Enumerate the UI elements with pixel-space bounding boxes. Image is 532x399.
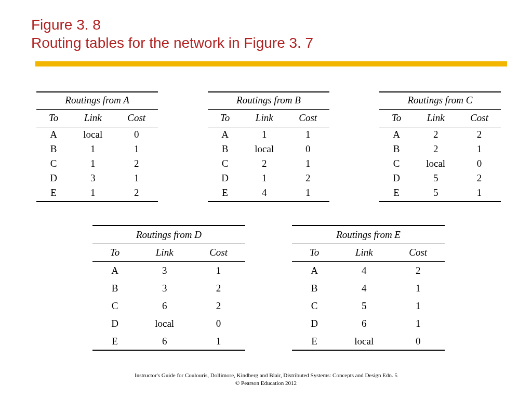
table-row: D12 — [208, 171, 329, 185]
title-line-1: Figure 3. 8 — [31, 17, 101, 33]
routing-table: Routings from CToLinkCostA22B21Clocal0D5… — [379, 91, 501, 202]
table-caption: Routings from C — [379, 92, 501, 110]
cell-link: 6 — [337, 315, 391, 332]
cell-to: A — [292, 262, 337, 280]
cell-cost: 1 — [391, 297, 445, 315]
cell-to: C — [36, 156, 71, 171]
title-line-2: Routing tables for the network in Figure… — [31, 35, 313, 51]
cell-cost: 1 — [286, 156, 329, 171]
cell-link: local — [137, 315, 192, 332]
cell-link: 1 — [71, 185, 115, 202]
routing-table: Routings from DToLinkCostA31B32C62Dlocal… — [92, 225, 245, 351]
cell-to: C — [292, 297, 337, 315]
cell-cost: 1 — [391, 315, 445, 332]
table-row: Clocal0 — [379, 156, 501, 171]
table-row: E51 — [379, 185, 501, 202]
cell-cost: 2 — [115, 156, 158, 171]
cell-cost: 0 — [192, 315, 245, 332]
cell-to: B — [92, 280, 137, 297]
table-row: A11 — [208, 127, 329, 142]
cell-cost: 2 — [192, 280, 245, 297]
table-row: Blocal0 — [208, 142, 329, 156]
col-header-cost: Cost — [391, 244, 445, 262]
cell-link: 1 — [71, 142, 115, 156]
cell-to: E — [92, 332, 137, 350]
table-row: D52 — [379, 171, 501, 185]
table-row: C62 — [92, 297, 245, 315]
cell-to: D — [208, 171, 242, 185]
col-header-to: To — [379, 110, 414, 127]
table-row: C51 — [292, 297, 445, 315]
cell-link: 5 — [414, 171, 458, 185]
footer-line-2: © Pearson Education 2012 — [235, 380, 297, 386]
table-caption: Routings from B — [208, 92, 329, 110]
col-header-link: Link — [337, 244, 391, 262]
cell-cost: 1 — [458, 185, 501, 202]
cell-link: 4 — [337, 280, 391, 297]
divider-bar — [35, 61, 507, 66]
cell-to: A — [36, 127, 71, 142]
cell-to: E — [36, 185, 71, 202]
cell-cost: 1 — [192, 332, 245, 350]
cell-to: E — [379, 185, 414, 202]
col-header-cost: Cost — [286, 110, 329, 127]
table-row: E41 — [208, 185, 329, 202]
col-header-link: Link — [71, 110, 115, 127]
tables-row-top: Routings from AToLinkCostAlocal0B11C12D3… — [36, 91, 501, 202]
col-header-link: Link — [242, 110, 286, 127]
cell-to: C — [208, 156, 242, 171]
col-header-cost: Cost — [458, 110, 501, 127]
cell-link: 5 — [337, 297, 391, 315]
cell-to: D — [379, 171, 414, 185]
cell-cost: 1 — [458, 142, 501, 156]
table-row: B32 — [92, 280, 245, 297]
cell-to: D — [92, 315, 137, 332]
cell-link: local — [337, 332, 391, 350]
table-row: A22 — [379, 127, 501, 142]
cell-cost: 2 — [458, 127, 501, 142]
cell-cost: 2 — [192, 297, 245, 315]
table-row: E61 — [92, 332, 245, 350]
col-header-link: Link — [414, 110, 458, 127]
cell-to: B — [36, 142, 71, 156]
col-header-link: Link — [137, 244, 192, 262]
cell-link: 3 — [137, 280, 192, 297]
cell-cost: 1 — [115, 142, 158, 156]
cell-to: D — [292, 315, 337, 332]
table-row: C21 — [208, 156, 329, 171]
col-header-cost: Cost — [115, 110, 158, 127]
cell-to: C — [379, 156, 414, 171]
table-row: Alocal0 — [36, 127, 158, 142]
cell-link: 5 — [414, 185, 458, 202]
col-header-to: To — [92, 244, 137, 262]
cell-to: D — [36, 171, 71, 185]
cell-to: B — [208, 142, 242, 156]
table-caption: Routings from E — [292, 225, 445, 244]
cell-link: 6 — [137, 297, 192, 315]
cell-cost: 0 — [286, 142, 329, 156]
routing-table: Routings from AToLinkCostAlocal0B11C12D3… — [36, 91, 158, 202]
cell-cost: 1 — [286, 185, 329, 202]
table-row: B21 — [379, 142, 501, 156]
cell-link: 3 — [71, 171, 115, 185]
routing-table: Routings from BToLinkCostA11Blocal0C21D1… — [208, 91, 329, 202]
cell-link: local — [242, 142, 286, 156]
cell-cost: 0 — [115, 127, 158, 142]
cell-to: A — [92, 262, 137, 280]
cell-link: 4 — [242, 185, 286, 202]
table-row: C12 — [36, 156, 158, 171]
table-caption: Routings from A — [36, 92, 158, 110]
cell-link: 1 — [71, 156, 115, 171]
cell-cost: 1 — [286, 127, 329, 142]
cell-link: 6 — [137, 332, 192, 350]
cell-to: E — [292, 332, 337, 350]
cell-link: 3 — [137, 262, 192, 280]
tables-row-bottom: Routings from DToLinkCostA31B32C62Dlocal… — [36, 225, 501, 351]
table-caption: Routings from D — [92, 225, 245, 244]
cell-to: B — [292, 280, 337, 297]
table-row: E12 — [36, 185, 158, 202]
col-header-to: To — [292, 244, 337, 262]
cell-cost: 1 — [115, 171, 158, 185]
footer: Instructor's Guide for Coulouris, Dollim… — [0, 371, 532, 387]
cell-cost: 2 — [458, 171, 501, 185]
